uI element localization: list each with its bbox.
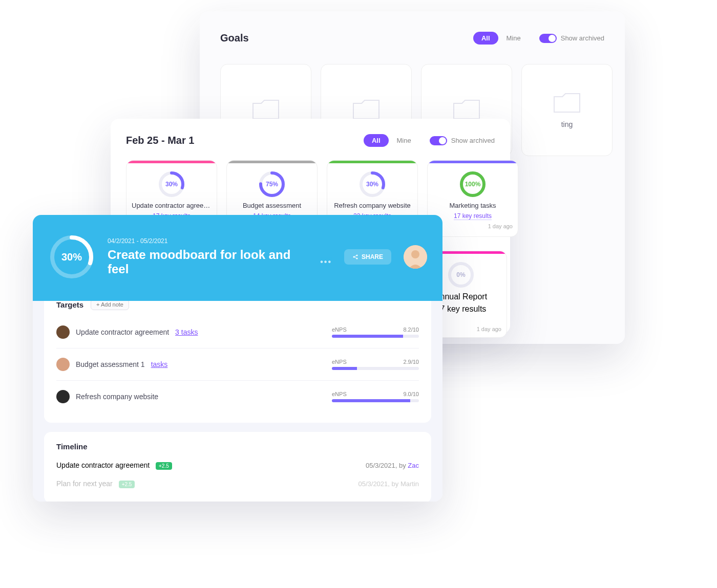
- timeline-author-link[interactable]: Martin: [400, 480, 419, 488]
- progress-ring: 100%: [458, 170, 487, 199]
- assignee-avatar[interactable]: [56, 325, 70, 339]
- timeline-row: Update contractor agreement +2.5 05/3/20…: [56, 456, 419, 474]
- goals-title: Goals: [220, 32, 249, 44]
- detail-header: 30% 04/2/2021 - 05/2/2021 Create moodboa…: [33, 215, 442, 301]
- progress-pct: 30%: [358, 170, 387, 199]
- folder-icon: [552, 92, 582, 115]
- goal-folder-card[interactable]: ting: [521, 64, 613, 156]
- target-title: Refresh company website: [76, 393, 158, 401]
- timeline-section: Timeline Update contractor agreement +2.…: [44, 432, 431, 502]
- share-button[interactable]: SHARE: [344, 249, 391, 265]
- goals-filter-group: All Mine: [473, 32, 529, 45]
- target-title: Budget assessment 1: [76, 360, 145, 368]
- targets-heading: Targets: [56, 300, 83, 309]
- detail-dates: 04/2/2021 - 05/2/2021: [108, 237, 332, 245]
- target-metric: eNPS8.2/10: [332, 326, 419, 338]
- goal-folder-label: ting: [561, 120, 573, 128]
- target-tasks-link[interactable]: 3 tasks: [175, 328, 198, 336]
- metric-label: eNPS: [332, 326, 347, 333]
- card-accent-bar: [227, 161, 317, 163]
- card-timestamp: 1 day ago: [433, 223, 513, 229]
- card-title: Budget assessment: [243, 202, 301, 209]
- detail-progress-ring: 30%: [48, 233, 95, 280]
- timeline-heading: Timeline: [56, 442, 419, 451]
- progress-ring: 75%: [258, 170, 286, 199]
- week-filter-group: All Mine: [364, 134, 419, 147]
- metric-score: 2.9/10: [403, 359, 419, 365]
- assignee-avatar[interactable]: [56, 358, 70, 371]
- show-archived-label: Show archived: [561, 34, 604, 42]
- share-icon: [352, 254, 358, 260]
- target-row: Update contractor agreement 3 tasks eNPS…: [56, 316, 419, 349]
- card-accent-bar: [428, 161, 518, 163]
- timeline-item-title: Plan for next year: [56, 480, 113, 488]
- delta-badge: +2.5: [156, 462, 172, 470]
- metric-bar: [332, 367, 419, 370]
- metric-bar: [332, 399, 419, 402]
- progress-ring: 0%: [447, 260, 475, 289]
- filter-mine[interactable]: Mine: [389, 134, 419, 147]
- targets-section: Targets + Add note Update contractor agr…: [44, 289, 431, 423]
- key-results-link[interactable]: 17 key results: [436, 304, 487, 314]
- metric-label: eNPS: [332, 359, 347, 365]
- progress-pct: 30%: [157, 170, 186, 199]
- metric-bar: [332, 335, 419, 338]
- card-accent-bar: [327, 161, 417, 163]
- filter-all[interactable]: All: [364, 134, 389, 147]
- target-row: Refresh company website eNPS9.0/10: [56, 381, 419, 412]
- card-title: Update contractor agreemen: [132, 202, 212, 209]
- card-title: Refresh company website: [334, 202, 411, 209]
- timeline-date: 05/3/2021, by: [358, 480, 400, 488]
- progress-pct: 100%: [458, 170, 487, 199]
- delta-badge: +2.5: [119, 481, 135, 488]
- card-title: Marketing tasks: [449, 202, 496, 209]
- svg-point-15: [411, 250, 419, 258]
- show-archived-label: Show archived: [451, 137, 495, 144]
- target-tasks-link[interactable]: tasks: [151, 360, 168, 368]
- card-title: Annual Report: [435, 292, 487, 301]
- metric-score: 8.2/10: [403, 326, 419, 333]
- timeline-item-title: Update contractor agreement: [56, 461, 150, 469]
- target-row: Budget assessment 1 tasks eNPS2.9/10: [56, 349, 419, 381]
- week-title: Feb 25 - Mar 1: [126, 135, 194, 146]
- assignee-avatar[interactable]: [56, 390, 70, 403]
- key-results-link[interactable]: 17 key results: [454, 212, 492, 220]
- filter-all[interactable]: All: [473, 32, 498, 45]
- detail-title: Create moodboard for look and feel: [108, 248, 315, 276]
- filter-mine[interactable]: Mine: [498, 32, 529, 45]
- more-menu-icon[interactable]: •••: [320, 257, 332, 267]
- target-metric: eNPS2.9/10: [332, 359, 419, 370]
- share-label: SHARE: [362, 253, 383, 260]
- metric-score: 9.0/10: [403, 391, 419, 397]
- target-title: Update contractor agreement: [76, 328, 169, 336]
- progress-ring: 30%: [358, 170, 387, 199]
- show-archived-toggle[interactable]: [430, 136, 447, 145]
- progress-ring: 30%: [157, 170, 186, 199]
- metric-label: eNPS: [332, 391, 347, 397]
- progress-pct: 0%: [447, 260, 475, 289]
- target-metric: eNPS9.0/10: [332, 391, 419, 402]
- timeline-date: 05/3/2021, by: [366, 462, 408, 469]
- show-archived-toggle[interactable]: [539, 34, 557, 43]
- progress-pct: 75%: [258, 170, 286, 199]
- owner-avatar[interactable]: [404, 245, 427, 269]
- detail-progress-pct: 30%: [48, 233, 95, 280]
- detail-panel: 30% 04/2/2021 - 05/2/2021 Create moodboa…: [33, 215, 442, 502]
- timeline-author-link[interactable]: Zac: [408, 462, 419, 469]
- card-accent-bar: [126, 161, 217, 163]
- timeline-row: Plan for next year +2.5 05/3/2021, by Ma…: [56, 474, 419, 493]
